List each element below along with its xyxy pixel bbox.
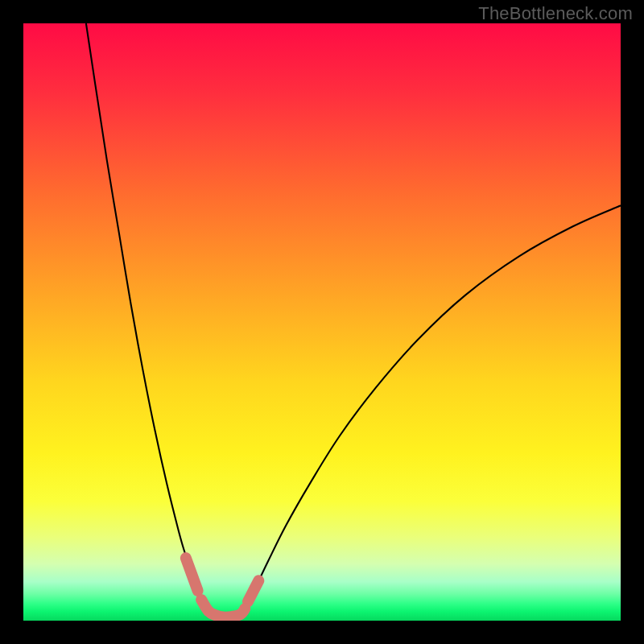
chart-frame: TheBottleneck.com [0, 0, 644, 644]
watermark-text: TheBottleneck.com [478, 3, 633, 24]
gradient-background [23, 23, 621, 621]
chart-svg [23, 23, 621, 621]
plot-area [23, 23, 621, 621]
